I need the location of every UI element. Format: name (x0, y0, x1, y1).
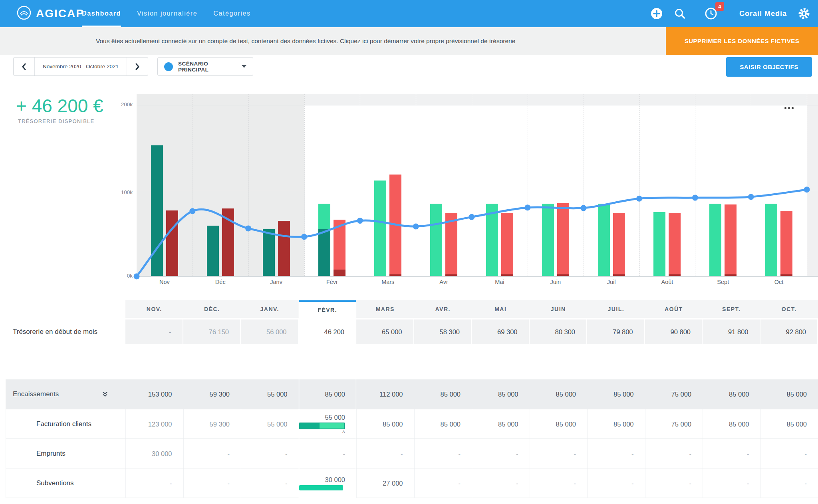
balance-value-cell: - (125, 319, 183, 344)
account-name[interactable]: Corail Media (739, 10, 787, 18)
line-point (134, 274, 140, 280)
available-cash-amount: + 46 200 € (16, 95, 103, 117)
balance-value-cell: 79 800 (587, 319, 645, 344)
balance-value-cell: 90 800 (645, 319, 703, 344)
value-cell: 85 000 (587, 409, 645, 439)
period-label[interactable]: Novembre 2020 - Octobre 2021 (35, 58, 127, 75)
value-cell: - (356, 439, 414, 468)
settings-gear-icon[interactable] (797, 7, 811, 20)
next-period-button[interactable] (127, 58, 148, 75)
enter-objectives-button[interactable]: SAISIR OBJECTIFS (726, 57, 812, 77)
month-header-cell[interactable]: JUIN (530, 300, 588, 318)
x-axis-label: Févr (308, 279, 356, 285)
x-axis-label: Déc (197, 279, 244, 285)
progress-realized (300, 423, 320, 429)
value-cell: 59 300 (183, 379, 241, 409)
value-cell: 30 000 (125, 439, 183, 468)
row-label[interactable]: Emprunts (6, 439, 125, 468)
value-cell: 85 000 (760, 409, 818, 439)
banner-message[interactable]: Vous êtes actuellement connecté sur un c… (96, 27, 515, 55)
value-cell: - (645, 468, 703, 498)
agicap-dashboard: AGICAP Dashboard Vision journalière Caté… (0, 0, 818, 504)
table-row-subventions: Subventions---30 00027 000------- (6, 468, 818, 498)
tab-vision-journaliere[interactable]: Vision journalière (137, 0, 197, 27)
line-point (580, 205, 586, 211)
x-axis-label: Mai (476, 279, 524, 285)
balance-value-cell: 91 800 (703, 319, 760, 344)
row-label[interactable]: Facturation clients (6, 409, 125, 439)
y-tick-100k: 100k (108, 189, 133, 195)
double-chevron-down-icon[interactable] (101, 391, 109, 400)
balance-table: NOV.DÉC.JANV.FÉVR.MARSAVR.MAIJUINJUIL.AO… (6, 300, 818, 344)
value-cell: - (703, 468, 760, 498)
delete-fake-data-button[interactable]: SUPPRIMER LES DONNÉES FICTIVES (666, 27, 818, 55)
value-cell: - (530, 468, 588, 498)
line-point (469, 214, 475, 220)
value-cell: - (299, 439, 357, 468)
tab-dashboard[interactable]: Dashboard (82, 0, 121, 27)
value-cell: 55 000 (241, 379, 299, 409)
value-cell: 75 000 (645, 379, 703, 409)
month-header-cell[interactable]: SEPT. (703, 300, 760, 318)
value-cell: - (183, 439, 241, 468)
table-row-facturation-clients: Facturation clients123 00059 30055 00055… (6, 409, 818, 439)
history-clock-icon[interactable]: 4 (704, 7, 718, 20)
value-cell: 30 000 (299, 468, 357, 498)
value-cell: 112 000 (356, 379, 414, 409)
month-header-cell[interactable]: AVR. (414, 300, 472, 318)
search-icon[interactable] (673, 7, 687, 20)
month-header-selected[interactable]: FÉVR. (299, 300, 357, 318)
scenario-selector[interactable]: SCÉNARIO PRINCIPAL (157, 57, 253, 76)
line-point (804, 187, 810, 192)
value-cell: 85 000 (414, 409, 472, 439)
month-header-cell[interactable]: AOÛT (645, 300, 703, 318)
line-point (301, 234, 307, 240)
tab-categories[interactable]: Catégories (213, 0, 250, 27)
header-label-cell (6, 300, 125, 318)
month-header-cell[interactable]: OCT. (760, 300, 818, 318)
balance-value-cell: 56 000 (241, 319, 299, 344)
cell-content: 55 000˄ (299, 414, 345, 435)
previous-period-button[interactable] (14, 58, 35, 75)
month-header-cell[interactable]: JUIL. (587, 300, 645, 318)
line-point (692, 195, 698, 201)
x-axis-label: Oct (755, 279, 803, 285)
value-cell: 85 000 (299, 379, 357, 409)
month-header-cell[interactable]: NOV. (125, 300, 183, 318)
line-point (357, 218, 363, 224)
value-cell: 85 000 (472, 379, 530, 409)
table-row-emprunts: Emprunts30 000----------- (6, 439, 818, 468)
value-cell: 85 000 (760, 379, 818, 409)
y-tick-200k: 200k (108, 101, 133, 107)
row-label[interactable]: Subventions (6, 468, 125, 498)
collapse-caret-icon[interactable]: ˄ (342, 430, 345, 435)
value-cell: - (587, 468, 645, 498)
value-cell: 85 000 (472, 409, 530, 439)
line-point (524, 204, 530, 210)
test-account-banner: Vous êtes actuellement connecté sur un c… (0, 27, 818, 55)
x-axis-label: Janv (252, 279, 300, 285)
nav-right: 4 Corail Media (650, 0, 818, 27)
x-axis-label: Nov (141, 279, 189, 285)
balance-value-cell: 80 300 (530, 319, 588, 344)
brand-name: AGICAP (36, 7, 84, 20)
month-header-cell[interactable]: DÉC. (183, 300, 241, 318)
balance-value-cell: 92 800 (760, 319, 818, 344)
agicap-logo-icon (16, 5, 32, 22)
chart-menu-button[interactable] (784, 107, 794, 109)
month-header-cell[interactable]: JANV. (241, 300, 299, 318)
cell-value: 30 000 (325, 476, 345, 484)
value-cell: 85 000 (414, 379, 472, 409)
progress-bar-split (299, 423, 345, 429)
row-label[interactable]: Encaissements (6, 379, 125, 409)
progress-bar-solid (299, 485, 343, 490)
value-cell: 75 000 (645, 409, 703, 439)
treasury-line (137, 94, 818, 276)
balance-value-cell: 65 000 (356, 319, 414, 344)
brand[interactable]: AGICAP (16, 0, 84, 27)
month-header-cell[interactable]: MAI (472, 300, 530, 318)
line-point (189, 208, 195, 214)
add-icon[interactable] (650, 7, 663, 20)
month-header-cell[interactable]: MARS (356, 300, 414, 318)
notification-badge[interactable]: 4 (715, 2, 724, 11)
